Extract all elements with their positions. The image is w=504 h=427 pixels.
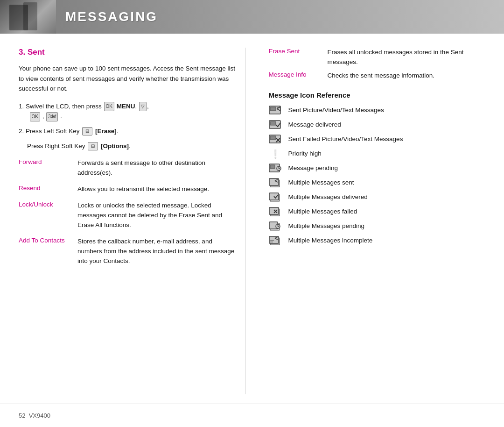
page-number: 52 [19,412,25,419]
ok-icon-2: OK [30,112,40,121]
icon-label-multi-sent: Multiple Messages sent [288,178,354,187]
failed-msg-icon [269,135,282,145]
failed-pic-icon [269,135,282,145]
option-key-forward: Forward [19,158,70,165]
svg-rect-12 [270,165,275,169]
icon-row-delivered: Message delivered [269,120,486,130]
pending-pic-icon [269,164,282,174]
multi-failed-pic-icon [269,207,282,217]
icon-row-failed: Sent Failed Picture/Video/Text Messages [269,135,486,145]
icon-label-multi-delivered: Multiple Messages delivered [288,193,368,202]
erase-sent-key: Erase Sent [269,48,320,55]
icon-row-multi-failed: Multiple Messages failed [269,207,486,217]
icon-label-pending: Message pending [288,164,338,173]
left-column: 3. Sent Your phone can save up to 100 se… [19,48,245,394]
icon-label-failed: Sent Failed Picture/Video/Text Messages [288,135,403,144]
multi-failed-icon [269,207,282,217]
multi-delivered-pic-icon [269,192,282,203]
right-softkey-icon: ⊟ [88,142,98,150]
icon-row-multi-sent: Multiple Messages sent [269,178,486,188]
def-icon: 3def [46,112,58,121]
option-key-lock: Lock/Unlock [19,201,70,208]
icon-label-multi-incomplete: Multiple Messages incomplete [288,236,373,245]
ok-icon: OK [104,102,114,111]
icon-section-title: Message Icon Reference [269,91,486,99]
option-desc-contacts: Stores the callback number, e-mail addre… [77,237,236,266]
options-table: Forward Forwards a sent message to other… [19,158,236,266]
icon-row-multi-delivered: Multiple Messages delivered [269,192,486,203]
page-header: MESSAGING [0,0,504,34]
section-title: 3. Sent [19,48,236,57]
right-column: Erase Sent Erases all unlocked messages … [264,48,486,394]
delivered-msg-icon [269,120,282,130]
icon-label-sent: Sent Picture/Video/Text Messages [288,106,384,115]
header-image [0,0,56,34]
exclamation-icon: ❕ [270,150,280,158]
sent-pic-icon [269,106,282,116]
svg-rect-8 [270,136,276,140]
step-2-options: Press Right Soft Key ⊟ [Options]. [27,141,236,151]
footer-page: 52 VX9400 [19,412,50,419]
svg-rect-6 [270,121,276,125]
multi-incomplete-pic-icon [269,236,282,246]
pending-msg-icon [269,164,282,174]
menu-items: Erase Sent Erases all unlocked messages … [269,48,486,81]
menu-label: MENU [117,103,135,110]
icon-row-multi-incomplete: Multiple Messages incomplete [269,236,486,246]
option-desc-resend: Allows you to retransmit the selected me… [77,185,209,194]
page-footer: 52 VX9400 [0,404,504,427]
message-info-desc: Checks the sent message information. [328,71,435,81]
step-2-erase: 2. Press Left Soft Key ⊟ [Erase]. [19,126,236,136]
option-desc-forward: Forwards a sent message to other destina… [77,158,236,178]
main-content: 3. Sent Your phone can save up to 100 se… [0,34,504,404]
icon-row-sent: Sent Picture/Video/Text Messages [269,106,486,116]
svg-rect-23 [269,207,279,214]
option-forward: Forward Forwards a sent message to other… [19,158,236,178]
message-info-key: Message Info [269,71,320,78]
menu-message-info: Message Info Checks the sent message inf… [269,71,486,81]
option-key-contacts: Add To Contacts [19,237,70,244]
multi-delivered-icon [269,192,282,203]
multi-sent-icon [269,178,282,188]
step1-text: 1. Swivel the LCD, then press [19,103,104,110]
step-1: 1. Swivel the LCD, then press OK MENU, ▽… [19,101,236,121]
svg-rect-1 [270,107,276,111]
icon-label-multi-pending: Multiple Messages pending [288,222,365,231]
icon-list: Sent Picture/Video/Text Messages Message… [269,106,486,246]
svg-rect-35 [270,240,274,241]
icon-row-pending: Message pending [269,164,486,174]
multi-pending-pic-icon [269,221,282,232]
nav-icon: ▽ [139,102,147,111]
option-lock-unlock: Lock/Unlock Locks or unlocks the selecte… [19,201,236,230]
multi-incomplete-icon [269,236,282,246]
model-name: VX9400 [29,412,50,419]
icon-label-multi-failed: Multiple Messages failed [288,207,357,216]
option-key-resend: Resend [19,185,70,192]
erase-sent-desc: Erases all unlocked messages stored in t… [328,48,486,67]
option-desc-lock: Locks or unlocks the selected message. L… [77,201,236,230]
priority-high-icon: ❕ [269,149,282,159]
body-text: Your phone can save up to 100 sent messa… [19,64,236,94]
multi-pending-icon [269,221,282,232]
multi-sent-pic-icon [269,178,282,188]
delivered-pic-icon [269,120,282,130]
svg-rect-36 [270,242,273,242]
option-add-contacts: Add To Contacts Stores the callback numb… [19,237,236,266]
icon-row-priority: ❕ Priority high [269,149,486,159]
icon-label-delivered: Message delivered [288,121,341,129]
page-title: MESSAGING [56,9,158,24]
option-resend: Resend Allows you to retransmit the sele… [19,185,236,194]
left-softkey-icon: ⊟ [82,127,92,135]
icon-label-priority: Priority high [288,149,322,158]
icon-row-multi-pending: Multiple Messages pending [269,221,486,232]
menu-erase-sent: Erase Sent Erases all unlocked messages … [269,48,486,67]
sent-msg-icon [269,106,282,116]
